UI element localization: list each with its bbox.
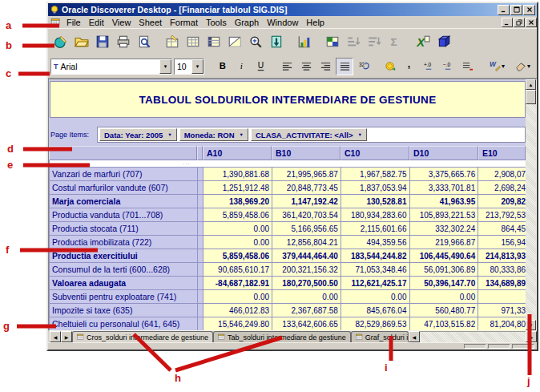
menu-item[interactable]: Window [263,18,302,27]
data-cell[interactable]: 361,420,703.54 [272,208,341,221]
data-cell[interactable]: 5,859,458.06 [204,249,272,262]
data-cell[interactable]: 138,969.20 [204,195,272,208]
hscroll-left-arrow[interactable]: ◀ [409,331,420,342]
open-button[interactable] [71,31,92,52]
data-cell[interactable]: 2,698,24 [478,181,526,194]
row-label[interactable]: Subventii pentru exploatare (741) [50,290,198,303]
underline-button[interactable] [252,58,269,75]
data-cell[interactable]: 1,390,881.68 [204,168,272,180]
row-label[interactable]: Consumul de la terti (600...628) [50,263,198,276]
font-dropdown-arrow[interactable]: ▼ [159,59,171,74]
data-cell[interactable]: 12,856,804.21 [272,236,341,249]
data-cell[interactable]: 3,333,701.81 [410,181,479,194]
align-right-button[interactable] [316,58,334,75]
data-cell[interactable] [478,290,526,303]
remove-lines-button[interactable] [458,58,476,75]
data-cell[interactable]: 21,995,965.87 [272,168,341,180]
data-cell[interactable]: 0.00 [410,290,479,303]
data-cell[interactable]: 209,82 [478,195,526,208]
italic-button[interactable] [232,58,250,75]
data-cell[interactable]: 105,893,221.53 [410,208,479,221]
page-layout-button[interactable] [224,31,245,52]
data-cell[interactable]: 183,544,244.82 [341,249,410,262]
print-button[interactable] [113,31,134,52]
new-sheet-button[interactable] [50,31,71,52]
data-cell[interactable]: 82,529,869.53 [341,317,410,330]
menu-item[interactable]: View [108,18,135,27]
zoom-button[interactable] [245,31,266,52]
child-minimize-button[interactable] [502,18,513,27]
data-cell[interactable]: 845,676.04 [341,304,410,317]
menu-item[interactable]: Sheet [135,18,166,27]
data-cell[interactable]: 0.00 [204,290,272,303]
row-label[interactable]: Cheltuieli cu personalul (641, 645) [50,317,198,330]
hscroll-right-arrow[interactable]: ▶ [526,331,537,342]
data-cell[interactable]: 2,367,687.58 [272,304,341,317]
data-cell[interactable]: 156,94 [478,236,526,249]
data-cell[interactable]: 112,621,425.17 [341,277,410,289]
menu-item[interactable]: Edit [85,18,108,27]
data-cell[interactable]: 2,115,601.66 [341,222,410,235]
export-excel-button[interactable] [413,31,433,52]
print-preview-button[interactable] [134,31,155,52]
child-close-button[interactable] [526,18,537,27]
data-cell[interactable]: 80,333,86 [478,263,526,276]
sheet-tab[interactable]: Tab_solduri intermediare de gestiune [213,331,351,342]
data-cell[interactable]: 15,546,249.80 [204,317,272,330]
data-cell[interactable]: 560,480.77 [410,304,479,317]
menu-item[interactable]: Tools [202,18,231,27]
align-center-button[interactable] [297,58,315,75]
font-combo[interactable]: T Arial ▼ [50,59,172,75]
column-header[interactable]: E10 [478,146,526,160]
row-label[interactable]: Productia imobilizata (722) [50,236,198,249]
data-cell[interactable]: 0.00 [341,290,410,303]
data-cell[interactable]: 494,359.56 [341,236,410,249]
data-cell[interactable]: 134,689,89 [478,277,526,289]
data-cell[interactable]: 971,33 [478,304,526,317]
page-item-dropdown[interactable]: Data: Year: 2005 [99,128,177,141]
align-default-button[interactable] [336,58,353,75]
title-bar[interactable]: Oracle Discoverer Desktop - [Financiar t… [48,3,537,16]
data-cell[interactable]: 180,934,283.60 [341,208,410,221]
data-cell[interactable]: -84,687,182.91 [204,277,272,289]
maximize-button[interactable] [510,5,522,15]
data-cell[interactable]: 5,859,458.06 [204,208,272,221]
crosstab-layout-button[interactable] [204,31,224,52]
drill-button[interactable] [266,31,287,52]
row-label[interactable]: Productia stocata (711) [50,222,198,235]
edit-sheet-button[interactable] [162,31,183,52]
font-size-combo[interactable]: 10 ▼ [174,59,204,75]
data-cell[interactable]: 1,251,912.48 [204,181,272,194]
data-cell[interactable]: 81,204,80 [478,317,526,330]
menu-item[interactable]: File [62,18,85,27]
data-cell[interactable]: 466,012.83 [204,304,272,317]
data-cell[interactable]: 1,147,192.42 [272,195,341,208]
data-cell[interactable]: 180,270,500.50 [272,277,341,289]
data-cell[interactable]: 56,091,306.89 [410,263,479,276]
data-cell[interactable]: 3,375,665.76 [410,168,479,180]
tab-scroll-next-button[interactable]: ▶ [61,331,72,342]
vertical-scrollbar[interactable]: ▲ ▼ [526,79,536,330]
data-cell[interactable]: 5,166,956.65 [272,222,341,235]
row-label[interactable]: Productia vanduta (701...708) [50,208,198,221]
sort-ascending-button[interactable] [343,31,364,52]
data-cell[interactable]: 200,321,156.32 [272,263,341,276]
bold-button[interactable] [213,58,231,75]
page-item-dropdown[interactable]: Moneda: RON [179,128,248,141]
remove-decimal-button[interactable] [439,58,457,75]
page-item-dropdown[interactable]: CLASA_ACTIVITATE: <All> [251,128,367,141]
refresh-button[interactable] [322,31,343,52]
column-header[interactable]: A10 [203,146,272,160]
vertical-scroll-thumb[interactable] [526,90,536,104]
column-header[interactable]: B10 [272,146,341,160]
data-cell[interactable]: 1,967,582.75 [341,168,410,180]
data-cell[interactable]: 133,642,606.65 [272,317,341,330]
rotate-text-button[interactable] [355,58,373,75]
sheet-tab[interactable]: Graf_solduri in [351,331,409,342]
save-button[interactable] [92,31,113,52]
format-data-button[interactable] [485,58,509,75]
data-cell[interactable]: 0.00 [204,236,272,249]
row-label[interactable]: Impozite si taxe (635) [50,304,198,317]
data-cell[interactable]: 130,528.81 [341,195,410,208]
table-layout-button[interactable] [183,31,204,52]
